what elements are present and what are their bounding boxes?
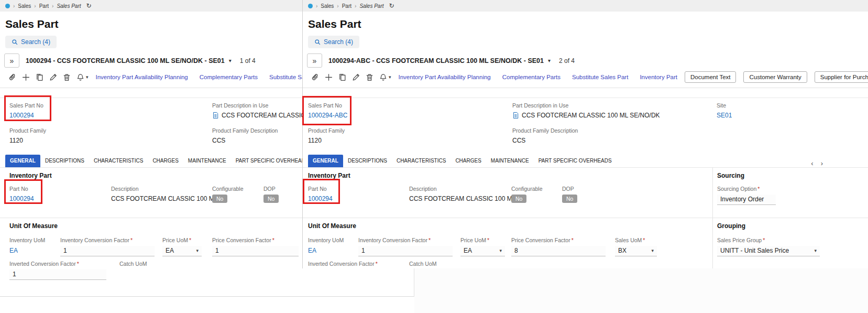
grouping-section-title: Grouping — [713, 218, 868, 230]
record-position: 2 of 4 — [559, 57, 575, 64]
part-no-value[interactable]: 1000294 — [9, 195, 34, 202]
tab-charges[interactable]: CHARGES — [451, 155, 486, 167]
sourcing-option-input[interactable]: Inventory Order — [717, 195, 776, 205]
price-uom-select[interactable]: EA▾ — [460, 246, 505, 256]
composite-screenshot: › Sales › Part › Sales Part ↻ Sales Part… — [0, 0, 868, 313]
tab-characteristics[interactable]: CHARACTERISTICS — [392, 155, 451, 167]
inventory-conversion-factor-input[interactable]: 1 — [358, 246, 453, 256]
description-value: CCS FOOTCREAM CLASSIC 100 ML SE/NO/... — [409, 195, 511, 202]
tab-descriptions[interactable]: DESCRIPTIONS — [40, 155, 89, 167]
part-no-value[interactable]: 1000294 — [308, 195, 333, 202]
tab-descriptions[interactable]: DESCRIPTIONS — [343, 155, 392, 167]
tab-charges[interactable]: CHARGES — [148, 155, 183, 167]
price-uom-select[interactable]: EA▾ — [162, 246, 202, 256]
tab-scroll-right-icon[interactable]: › — [821, 159, 823, 167]
configurable-badge: No — [511, 195, 526, 203]
breadcrumb-item-part[interactable]: Part — [342, 3, 351, 9]
inventory-uom-value[interactable]: EA — [308, 247, 316, 254]
chevron-down-icon: ▾ — [814, 246, 817, 256]
link-substitute-sales-part[interactable]: Substitute Sales Part — [572, 74, 628, 80]
dop-label: DOP — [263, 186, 276, 192]
link-inventory-part-availability-planning[interactable]: Inventory Part Availability Planning — [399, 74, 491, 80]
notifications-button[interactable] — [73, 71, 87, 83]
inventory-conversion-factor-input[interactable]: 1 — [60, 246, 155, 256]
refresh-icon[interactable]: ↻ — [86, 2, 92, 9]
expand-selector-button[interactable]: » — [4, 53, 19, 68]
price-uom-field: Price UoM* EA▾ — [460, 237, 511, 256]
record-dropdown-caret-icon[interactable]: ▾ — [229, 58, 232, 63]
app-icon[interactable] — [5, 4, 10, 8]
duplicate-record-button[interactable] — [335, 71, 349, 83]
sales-price-group-select[interactable]: UNITT - Unit Sales Price▾ — [717, 246, 820, 256]
notifications-button[interactable] — [376, 71, 390, 83]
pencil-icon — [351, 73, 360, 82]
site-value[interactable]: SE01 — [717, 112, 732, 119]
tab-maintenance[interactable]: MAINTENANCE — [183, 155, 231, 167]
configurable-label: Configurable — [511, 186, 543, 192]
refresh-icon[interactable]: ↻ — [389, 2, 394, 9]
sales-uom-select[interactable]: BX▾ — [615, 246, 657, 256]
tab-content-general: Inventory Part Part No 1000294 Descripti… — [303, 167, 868, 268]
duplicate-record-button[interactable] — [32, 71, 46, 83]
attachment-button[interactable] — [5, 71, 19, 83]
tab-general[interactable]: GENERAL — [308, 155, 343, 167]
search-button[interactable]: Search (4) — [5, 36, 57, 48]
dop-label: DOP — [562, 186, 574, 192]
tab-part-specific-overheads[interactable]: PART SPECIFIC OVERHEADS — [534, 155, 617, 167]
breadcrumb-separator: › — [355, 3, 356, 9]
tab-part-specific-overheads[interactable]: PART SPECIFIC OVERHEADS — [231, 155, 302, 167]
link-complementary-parts[interactable]: Complementary Parts — [200, 74, 258, 80]
configurable-badge: No — [212, 195, 227, 203]
inventory-uom-value[interactable]: EA — [9, 247, 18, 254]
breadcrumb-item-sales-part[interactable]: Sales Part — [359, 3, 383, 9]
sales-part-no-value[interactable]: 1000294 — [9, 112, 34, 119]
tab-characteristics[interactable]: CHARACTERISTICS — [89, 155, 148, 167]
delete-record-button[interactable] — [60, 71, 73, 83]
tab-scroll-left-icon[interactable]: ‹ — [811, 159, 813, 167]
link-complementary-parts[interactable]: Complementary Parts — [502, 74, 561, 80]
part-description-in-use-label: Part Description in Use — [212, 102, 268, 109]
document-icon[interactable] — [212, 112, 218, 119]
breadcrumb-item-sales[interactable]: Sales — [18, 3, 31, 9]
page-title: Sales Part — [308, 18, 868, 30]
edit-record-button[interactable] — [46, 71, 60, 83]
catch-uom-label: Catch UoM — [409, 261, 437, 267]
sourcing-option-label: Sourcing Option — [717, 186, 756, 192]
inverted-conversion-factor-field: Inverted Conversion Factor* — [308, 261, 409, 268]
sales-part-no-value[interactable]: 1000294-ABC — [308, 112, 347, 119]
product-family-field: Product Family 1120 — [308, 127, 512, 144]
tab-general[interactable]: GENERAL — [5, 155, 40, 167]
document-text-button[interactable]: Document Text — [685, 71, 737, 83]
notifications-caret-icon[interactable]: ▾ — [389, 74, 391, 80]
notifications-caret-icon[interactable]: ▾ — [86, 74, 89, 80]
delete-record-button[interactable] — [362, 71, 376, 83]
breadcrumb-item-part[interactable]: Part — [39, 3, 49, 9]
customer-warranty-button[interactable]: Customer Warranty — [743, 71, 807, 83]
breadcrumb-item-sales-part[interactable]: Sales Part — [57, 3, 81, 9]
unit-of-measure-section-title: Unit Of Measure — [303, 218, 712, 230]
link-substitute-sales-part[interactable]: Substitute Sales Part — [269, 74, 302, 80]
price-conversion-factor-input[interactable]: 1 — [212, 246, 299, 256]
supplier-for-purchase-button[interactable]: Supplier for Purch — [815, 71, 868, 83]
record-title[interactable]: 1000294 - CCS FOOTCREAM CLASSIC 100 ML S… — [26, 57, 225, 64]
attachment-button[interactable] — [308, 71, 322, 83]
sales-part-panel-left: › Sales › Part › Sales Part ↻ Sales Part… — [0, 0, 302, 313]
search-button[interactable]: Search (4) — [308, 36, 359, 48]
price-conversion-factor-input[interactable]: 8 — [511, 246, 606, 256]
sales-part-no-field: Sales Part No 1000294-ABC — [308, 102, 512, 121]
record-dropdown-caret-icon[interactable]: ▾ — [548, 58, 551, 63]
add-record-button[interactable] — [19, 71, 32, 83]
app-icon[interactable] — [308, 4, 313, 8]
edit-record-button[interactable] — [349, 71, 362, 83]
add-record-button[interactable] — [322, 71, 335, 83]
record-title[interactable]: 1000294-ABC - CCS FOOTCREAM CLASSIC 100 … — [328, 57, 544, 64]
expand-selector-button[interactable]: » — [307, 53, 322, 68]
link-inventory-part-availability-planning[interactable]: Inventory Part Availability Planning — [96, 74, 188, 80]
document-icon[interactable] — [512, 112, 519, 119]
breadcrumb-item-sales[interactable]: Sales — [321, 3, 334, 9]
chevron-down-icon: ▾ — [499, 246, 502, 256]
inverted-conversion-factor-input[interactable]: 1 — [9, 269, 106, 280]
tab-maintenance[interactable]: MAINTENANCE — [486, 155, 534, 167]
link-inventory-part[interactable]: Inventory Part — [640, 74, 677, 80]
tab-bar: GENERAL DESCRIPTIONS CHARACTERISTICS CHA… — [0, 154, 302, 167]
